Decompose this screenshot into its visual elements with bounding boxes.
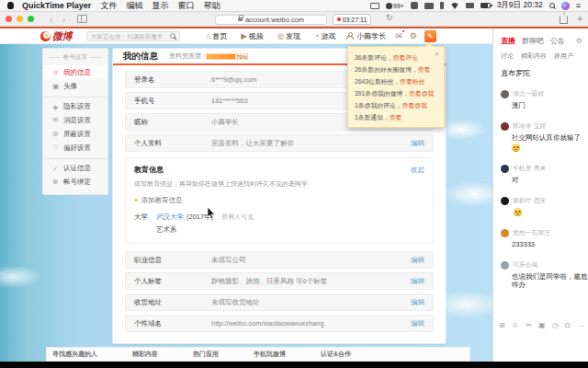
nav-item[interactable]: ◎ 发现 <box>277 31 300 41</box>
menu-item[interactable]: 文件 <box>100 0 117 12</box>
notification-popup: × 36条新评论，查看评论 26条新的好友圈微博，查看 2643位新粉丝，查看粉… <box>347 46 445 128</box>
wifi-icon[interactable] <box>450 3 459 14</box>
search-input[interactable] <box>91 33 170 40</box>
scissors-icon[interactable]: ✂ <box>526 321 532 329</box>
sidebar-item[interactable]: ✓ 认证信息 <box>43 158 107 175</box>
chat-tab[interactable]: 群聊吧 <box>522 36 544 46</box>
profile-menu[interactable]: 小薅学长 <box>346 31 386 41</box>
screen-mirroring-icon[interactable] <box>466 3 474 8</box>
notification-link[interactable]: 查看 <box>390 114 402 121</box>
visibility-dropdown[interactable]: 所有人可见 <box>221 213 254 222</box>
chat-username[interactable]: 可乐会喝 <box>513 260 537 270</box>
bell-icon[interactable]: Ω <box>565 321 571 329</box>
notification-link[interactable]: 查看 <box>418 66 431 73</box>
notification-link[interactable]: 查看粉丝 <box>400 78 424 85</box>
sidebar-item[interactable]: ♡ 偏好设置 <box>43 141 107 155</box>
forward-button[interactable]: › <box>62 13 66 26</box>
close-window-button[interactable] <box>6 16 12 22</box>
chat-username[interactable]: 摄影叶·西安 <box>513 196 546 205</box>
new-tab-button[interactable]: + <box>577 15 582 24</box>
notification-link[interactable]: 查看@我 <box>401 102 426 109</box>
menu-bar-clock[interactable]: 3月9日 20:32 <box>497 0 543 11</box>
footer-link[interactable]: 认证&合作 <box>321 350 351 359</box>
notification-center-icon[interactable]: ≡ <box>576 1 581 10</box>
menu-item[interactable]: 窗口 <box>177 0 194 12</box>
chat-tab[interactable]: 公告 <box>550 36 565 46</box>
notification-link[interactable]: 查看评论 <box>393 54 418 61</box>
edit-link[interactable]: 编辑 <box>411 256 424 265</box>
chat-message-body: 对 <box>512 176 588 184</box>
nav-item[interactable]: ⌂ 首页 <box>206 31 227 41</box>
edit-link[interactable]: 编辑 <box>411 277 424 286</box>
zoom-window-button[interactable] <box>28 16 34 22</box>
search-icon[interactable] <box>170 33 175 39</box>
picture-icon[interactable]: ▣ <box>538 321 546 329</box>
footer-link[interactable]: 热门应用 <box>193 350 219 359</box>
share-icon[interactable] <box>560 16 568 24</box>
notification-link[interactable]: 查看@我 <box>409 90 434 97</box>
avatar[interactable] <box>501 122 509 131</box>
back-button[interactable]: ‹ <box>50 13 53 26</box>
input-method-icon[interactable] <box>411 2 418 9</box>
add-education-link[interactable]: +添加教育信息 <box>134 196 424 205</box>
chat-username[interactable]: 陈冷冷·宝姐 <box>513 121 546 131</box>
reload-button[interactable]: ↻ <box>386 13 393 22</box>
recording-timer[interactable]: 03:27:11 <box>333 14 371 25</box>
siri-icon[interactable] <box>561 2 570 10</box>
battery-icon[interactable] <box>481 3 491 8</box>
keyboard-icon[interactable] <box>424 3 434 9</box>
menu-item[interactable]: 显示 <box>152 0 168 12</box>
arrow-right-icon[interactable]: → <box>577 321 584 329</box>
menu-item[interactable]: 编辑 <box>126 0 142 12</box>
footer-link[interactable]: 精彩内容 <box>132 350 158 359</box>
address-bar[interactable]: account.weibo.com <box>215 15 327 25</box>
chat-subtab[interactable]: 群用户 <box>554 52 573 61</box>
clock-icon[interactable]: ◷ <box>552 321 559 329</box>
active-app-name[interactable]: QuickTime Player <box>22 1 91 10</box>
edit-link[interactable]: 编辑 <box>411 319 424 328</box>
sidebar-item[interactable]: ☺ 我的信息 <box>43 65 107 79</box>
edit-link[interactable]: 编辑 <box>411 139 424 148</box>
sidebar-toggle-icon[interactable] <box>77 15 87 23</box>
footer-link[interactable]: 寻找感兴趣的人 <box>52 350 97 359</box>
gift-icon[interactable]: ⊞ <box>499 321 505 329</box>
collapse-link[interactable]: 收起 <box>411 166 424 175</box>
sidebar-item[interactable]: ✉ 消息设置 <box>43 113 107 127</box>
nav-item[interactable]: ▶ 视频 <box>241 31 264 41</box>
chat-username[interactable]: 党先一石雨汪 <box>513 228 550 237</box>
sidebar-item[interactable]: ⊕ 帐号绑定 <box>43 175 107 189</box>
nav-item[interactable]: ◔ 游戏 <box>314 31 335 41</box>
chat-username[interactable]: 千机灵·奥米 <box>513 164 546 173</box>
display-icon[interactable] <box>370 3 379 9</box>
avatar[interactable] <box>501 197 509 205</box>
minimize-window-button[interactable] <box>17 16 23 22</box>
weibo-logo[interactable]: 微博 <box>40 29 72 43</box>
school-link[interactable]: 武汉大学 <box>156 213 184 222</box>
avatar[interactable] <box>501 261 509 270</box>
chat-username[interactable]: 湖北一霸姐 <box>513 89 544 98</box>
battery-percent-badge[interactable]: 99+ <box>386 3 404 9</box>
chat-subtab[interactable]: 精彩内容 <box>521 52 547 61</box>
weibo-search-box[interactable] <box>86 31 180 41</box>
notification-text: 36条新评论， <box>355 54 393 61</box>
sidebar-item[interactable]: ▣ 头像 <box>43 79 107 93</box>
sidebar-item[interactable]: ◈ 隐私设置 <box>43 97 107 113</box>
menu-item[interactable]: 帮助 <box>203 0 220 12</box>
sidebar-item[interactable]: ⊘ 屏蔽设置 <box>43 127 107 141</box>
avatar[interactable] <box>501 229 509 237</box>
spotlight-search-icon[interactable] <box>549 3 555 8</box>
settings-gear-icon[interactable]: ⚙ <box>410 31 417 40</box>
edit-link[interactable]: 编辑 <box>411 298 424 307</box>
avatar[interactable] <box>501 90 509 98</box>
chat-subtab[interactable]: 讨论 <box>501 52 514 61</box>
compose-button[interactable]: ✎ <box>424 30 436 42</box>
footer-link[interactable]: 手机玩微博 <box>254 350 286 359</box>
chat-settings-gear-icon[interactable]: ⚙ <box>576 37 582 45</box>
smiley-icon[interactable]: ☺ <box>512 321 519 329</box>
close-icon[interactable]: × <box>435 51 439 58</box>
avatar[interactable] <box>501 165 509 173</box>
chat-tab[interactable]: 直播 <box>501 36 515 46</box>
apple-logo-icon[interactable] <box>7 2 14 9</box>
messages-envelope-icon[interactable]: ✉ <box>395 31 402 40</box>
bluetooth-icon[interactable] <box>440 2 444 9</box>
